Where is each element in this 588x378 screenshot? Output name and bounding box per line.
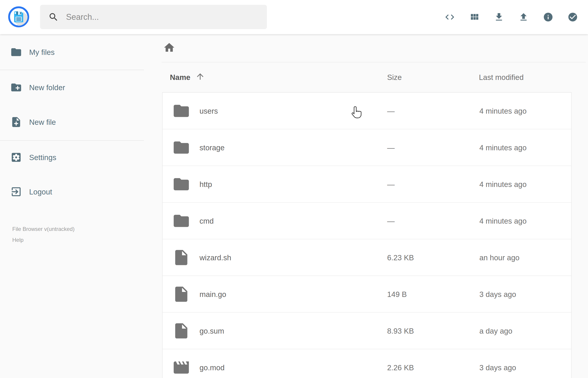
file-row[interactable]: go.sum 8.93 KB a day ago [163,313,571,349]
file-size: — [387,203,395,239]
sidebar-item-label: New file [29,118,56,127]
folder-icon [172,175,190,193]
file-size: 2.26 KB [387,349,414,378]
file-icon [172,248,190,267]
column-modified-label: Last modified [479,73,523,82]
column-header-modified[interactable]: Last modified [479,72,523,83]
folder-icon [172,102,190,120]
sidebar-item-new-file[interactable]: New file [0,111,144,134]
code-icon [444,12,455,22]
floppy-disk-icon [7,26,30,29]
sort-ascending-icon [195,72,205,83]
help-link[interactable]: Help [12,236,24,244]
file-name: storage [200,129,225,166]
settings-icon [10,151,22,164]
file-size: — [387,166,395,203]
download-icon [494,12,504,22]
column-size-label: Size [387,73,402,82]
file-modified: 3 days ago [479,276,516,313]
file-modified: 4 minutes ago [479,166,526,203]
sidebar-item-label: Logout [29,188,52,196]
file-modified: a day ago [479,313,512,349]
toolbar-actions [444,0,578,34]
file-name: wizard.sh [200,239,231,276]
sidebar-divider [0,140,144,141]
file-list: users — 4 minutes ago storage — 4 minute… [162,92,572,378]
file-size: — [387,93,395,129]
home-icon [163,51,175,54]
select-multiple-button[interactable] [567,12,578,22]
file-name: cmd [200,203,214,239]
file-row[interactable]: storage — 4 minutes ago [163,129,571,166]
file-name: go.sum [200,313,224,349]
folder-icon [172,212,190,230]
new-file-icon [10,116,22,129]
column-header-name[interactable]: Name [170,72,205,83]
file-name: go.mod [200,349,225,378]
info-icon [543,12,553,22]
sidebar-divider [0,70,144,70]
version-text: File Browser v(untracked) [12,226,74,232]
sidebar-item-logout[interactable]: Logout [0,181,144,203]
file-modified: 4 minutes ago [479,203,526,239]
breadcrumb-home-button[interactable] [163,41,175,54]
sidebar-item-label: Settings [29,153,56,162]
sidebar-item-label: New folder [29,83,65,92]
file-row[interactable]: wizard.sh 6.23 KB an hour ago [163,239,571,276]
sidebar-item-new-folder[interactable]: New folder [0,76,144,99]
sidebar-item-settings[interactable]: Settings [0,146,144,169]
upload-button[interactable] [518,12,529,22]
movie-icon [172,358,190,377]
search-input[interactable] [66,12,260,22]
upload-icon [518,12,529,22]
folder-icon [172,138,190,157]
sidebar-footer: File Browser v(untracked) Help [12,225,74,244]
file-row[interactable]: http — 4 minutes ago [163,166,571,203]
file-icon [172,285,190,303]
sidebar: My files New folder New file Settings Lo… [0,34,144,378]
top-bar [0,0,588,34]
file-modified: 4 minutes ago [479,93,526,129]
sidebar-item-label: My files [29,48,55,57]
file-name: http [200,166,212,203]
check-circle-icon [567,12,578,22]
new-folder-icon [10,81,22,94]
file-row[interactable]: go.mod 2.26 KB 3 days ago [163,349,571,378]
file-row[interactable]: users — 4 minutes ago [163,93,571,129]
search-icon [48,12,59,22]
search-bar[interactable] [40,5,267,29]
grid-view-button[interactable] [469,12,480,22]
folder-icon [10,46,22,59]
sidebar-item-my-files[interactable]: My files [0,41,144,64]
info-button[interactable] [543,12,553,22]
file-modified: 4 minutes ago [479,129,526,166]
file-size: 6.23 KB [387,239,414,276]
file-size: 8.93 KB [387,313,414,349]
column-name-label: Name [170,73,190,82]
file-name: main.go [200,276,226,313]
file-browser-logo[interactable] [7,5,30,28]
file-row[interactable]: main.go 149 B 3 days ago [163,276,571,313]
file-modified: 3 days ago [479,349,516,378]
column-header-size[interactable]: Size [387,72,402,83]
file-name: users [200,93,218,129]
file-row[interactable]: cmd — 4 minutes ago [163,203,571,239]
switch-view-button[interactable] [444,12,455,22]
file-modified: an hour ago [479,239,520,276]
logout-icon [10,186,22,198]
grid-icon [469,12,480,22]
file-icon [172,322,190,340]
file-size: 149 B [387,276,407,313]
breadcrumb-divider [162,62,586,62]
download-button[interactable] [494,12,504,22]
file-size: — [387,129,395,166]
